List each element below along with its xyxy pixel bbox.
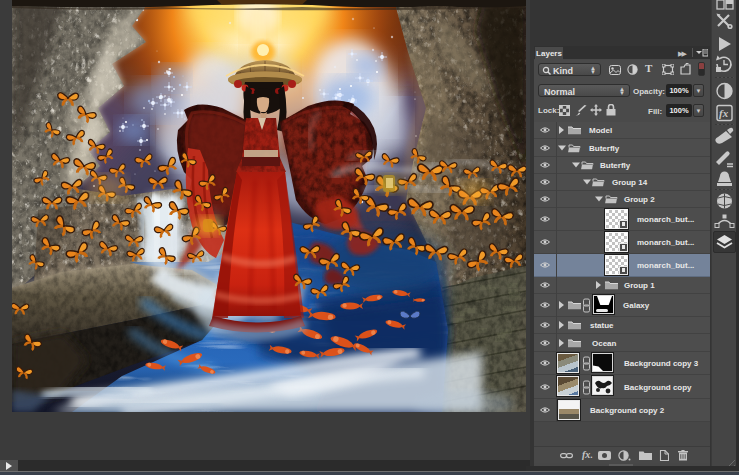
svg-text:fx: fx — [719, 107, 729, 119]
